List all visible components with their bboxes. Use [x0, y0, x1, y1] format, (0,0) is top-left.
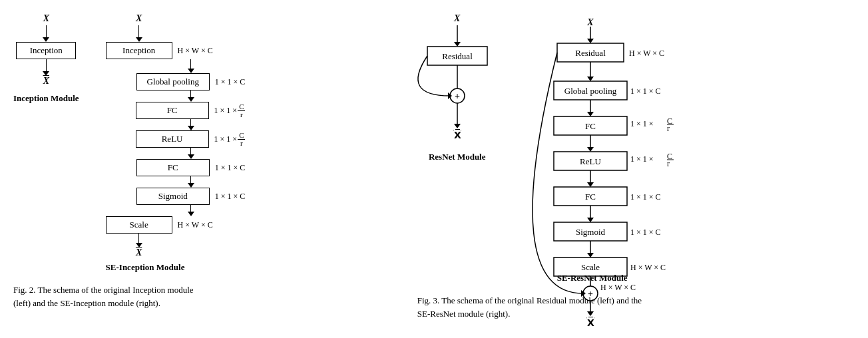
sigmoid-box: Sigmoid [136, 188, 210, 205]
svg-text:H × W × C: H × W × C [629, 49, 664, 58]
inception-box-right: Inception [106, 42, 172, 59]
figure-2: X Inception X Inception Module X [13, 7, 417, 331]
sigmoid-row: Sigmoid 1 × 1 × C [136, 188, 246, 205]
svg-marker-18 [587, 77, 594, 81]
se-inception: X Inception H × W × C [99, 13, 246, 275]
svg-text:+: + [455, 91, 460, 101]
dim-hwc-scale: H × W × C [178, 220, 213, 230]
resnet-svg: Residual + X̅ [417, 25, 497, 158]
relu-row: ReLU 1 × 1 × Cr [136, 130, 246, 148]
se-resnet-svg: X Residual H × W × C Global pooling 1 [517, 13, 744, 299]
x-label-fig3-left: X [454, 13, 460, 24]
figure-3: X Residual + [417, 7, 855, 331]
svg-text:H × W × C: H × W × C [600, 283, 636, 292]
fig2-diagrams: X Inception X Inception Module X [13, 7, 246, 275]
scale-row: Scale H × W × C [106, 216, 213, 234]
svg-text:Scale: Scale [581, 262, 600, 272]
svg-text:1 × 1 × C: 1 × 1 × C [630, 228, 661, 237]
svg-text:Global pooling: Global pooling [564, 86, 617, 96]
dim-1x1xc3: 1 × 1 × C [215, 192, 246, 202]
svg-marker-39 [587, 182, 594, 187]
fc1-row: FC 1 × 1 × Cr [136, 102, 246, 119]
se-resnet: X Residual H × W × C Global pooling 1 [517, 13, 744, 286]
xtilde-label-fig2-right: X [136, 248, 142, 258]
svg-marker-8 [454, 124, 461, 128]
fig3-caption: Fig. 3. The schema of the original Resid… [417, 291, 645, 320]
fig2-caption-text: Fig. 2. The schema of the original Incep… [13, 283, 197, 309]
svg-text:r: r [667, 159, 670, 168]
dim-1x1xcr1: 1 × 1 × Cr [214, 103, 246, 118]
svg-text:FC: FC [585, 121, 596, 131]
figures-row: X Inception X Inception Module X [13, 7, 855, 331]
svg-text:1 × 1 × C: 1 × 1 × C [630, 192, 661, 202]
svg-text:X̅: X̅ [453, 129, 461, 140]
fig3-caption-text: Fig. 3. The schema of the original Resid… [417, 294, 645, 320]
svg-text:ReLU: ReLU [580, 156, 601, 166]
svg-text:1 × 1 × C: 1 × 1 × C [630, 86, 661, 96]
inception-box-left: Inception [16, 42, 76, 59]
dim-1x1xc2: 1 × 1 × C [215, 163, 246, 173]
inception-simple: X Inception X Inception Module [13, 13, 79, 106]
inception-row: Inception H × W × C [106, 42, 213, 59]
resnet-simple: X Residual + [417, 13, 497, 165]
xtilde-label-fig2-left: X [43, 76, 49, 86]
svg-text:r: r [667, 124, 670, 133]
svg-text:1 × 1 ×: 1 × 1 × [630, 119, 654, 128]
fc2-row: FC 1 × 1 × C [136, 159, 246, 176]
fig2-left-caption: Inception Module [13, 93, 79, 104]
dim-1x1xc: 1 × 1 × C [215, 77, 246, 87]
svg-marker-44 [587, 218, 594, 222]
fig2-caption: Fig. 2. The schema of the original Incep… [13, 281, 204, 309]
global-pooling-box: Global pooling [136, 73, 210, 90]
x-label-fig2-right: X [136, 13, 142, 24]
svg-marker-13 [587, 39, 594, 43]
svg-marker-23 [587, 112, 594, 116]
svg-marker-1 [454, 42, 461, 47]
fc2-box: FC [136, 159, 210, 176]
svg-text:Residual: Residual [442, 51, 473, 61]
svg-text:FC: FC [585, 192, 596, 202]
fig3-right-caption: SE-ResNet Module [557, 273, 628, 283]
svg-marker-31 [587, 147, 594, 152]
fig2-right-caption: SE-Inception Module [106, 262, 185, 273]
x-label-fig2-left: X [43, 13, 49, 24]
svg-text:Residual: Residual [575, 48, 606, 58]
svg-text:H × W × C: H × W × C [630, 263, 666, 272]
svg-text:X: X [586, 17, 594, 27]
fc1-box: FC [136, 102, 209, 119]
dim-1x1xcr2: 1 × 1 × Cr [214, 132, 246, 147]
fig3-left-caption: ResNet Module [429, 152, 486, 162]
svg-marker-49 [587, 253, 594, 257]
global-pooling-row: Global pooling 1 × 1 × C [136, 73, 246, 90]
dim-hwc: H × W × C [178, 46, 213, 56]
scale-box: Scale [106, 216, 172, 234]
svg-text:Sigmoid: Sigmoid [576, 227, 606, 237]
relu-box: ReLU [136, 130, 209, 148]
svg-text:1 × 1 ×: 1 × 1 × [630, 154, 654, 164]
fig3-diagrams: X Residual + [417, 7, 744, 286]
